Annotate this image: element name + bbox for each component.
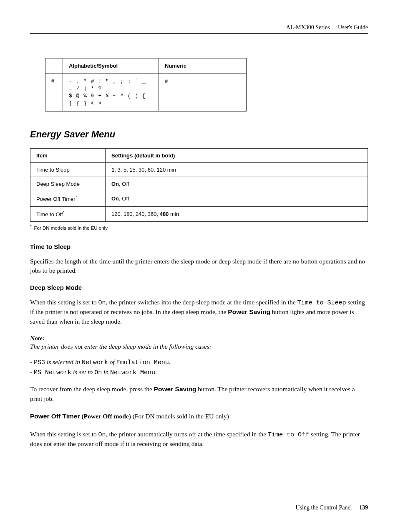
energy-saver-table: Item Settings (default in bold) Time to … <box>30 148 368 222</box>
cell-numeric: # <box>159 73 247 111</box>
paragraph: When this setting is set to On, the prin… <box>30 430 368 449</box>
cell-symbols: - . * # ! " , ; : ` _ = / | ' ? $ @ % & … <box>63 73 159 111</box>
page-header: AL-MX300 Series User's Guide <box>30 24 368 34</box>
sub-heading-inline: Power Off Timer (Power Off mode) (For DN… <box>30 412 368 421</box>
th-blank <box>45 58 63 73</box>
paragraph: To recover from the deep sleep mode, pre… <box>30 385 368 403</box>
cell-settings: 120, 180, 240, 360, 480 min <box>106 206 368 221</box>
paragraph: Specifies the length of the time until t… <box>30 257 368 276</box>
th-item: Item <box>30 149 106 163</box>
table-footnote: *For DN models sold in the EU only <box>30 224 368 231</box>
cell-item: Power Off Timer* <box>30 191 106 206</box>
panel-code: Network <box>82 359 108 366</box>
document-name: User's Guide <box>338 24 368 30</box>
sub-heading: Deep Sleep Mode <box>30 284 368 291</box>
panel-code: Network Menu <box>110 369 155 376</box>
th-settings: Settings (default in bold) <box>106 149 368 163</box>
table-row: Power Off Timer* On, Off <box>30 191 368 206</box>
th-numeric: Numeric <box>159 58 247 73</box>
table-row: Time to Off* 120, 180, 240, 360, 480 min <box>30 206 368 221</box>
panel-code: Time to Off <box>268 431 309 438</box>
footnote-marker: * <box>76 195 77 200</box>
footer-text: Using the Control Panel <box>296 504 352 511</box>
paragraph: When this setting is set to On, the prin… <box>30 298 368 327</box>
table-row: Deep Sleep Mode On, Off <box>30 177 368 191</box>
panel-code: Time to Sleep <box>297 299 346 307</box>
list-item: - MS Network is set to On in Network Men… <box>30 367 368 377</box>
note-label: Note: <box>30 334 368 342</box>
cell-settings: On, Off <box>106 191 368 206</box>
panel-code: On <box>94 369 102 376</box>
product-name: AL-MX300 Series <box>286 24 330 30</box>
th-alphabetic: Alphabetic/Symbol <box>63 58 159 73</box>
panel-code: On <box>98 431 106 438</box>
table-row: # - . * # ! " , ; : ` _ = / | ' ? $ @ % … <box>45 73 247 111</box>
footnote-text: For DN models sold in the EU only <box>34 225 108 231</box>
panel-code: On <box>98 299 106 307</box>
cell-item: Time to Sleep <box>30 163 106 177</box>
footnote-star: * <box>30 224 32 228</box>
symbols-table: Alphabetic/Symbol Numeric # - . * # ! " … <box>45 58 247 111</box>
footnote-marker: * <box>63 210 65 215</box>
button-name: Power Saving <box>228 308 270 315</box>
sub-heading: Time to Sleep <box>30 243 368 250</box>
cell-settings: On, Off <box>106 177 368 191</box>
section-heading: Energy Saver Menu <box>30 129 368 140</box>
panel-code: PS3 <box>34 359 45 366</box>
note-lead: The printer does not enter the deep slee… <box>30 342 368 351</box>
list-item: - PS3 is selected in Network of Emulatio… <box>30 357 368 367</box>
cell-key: # <box>45 73 63 111</box>
table-row: Time to Sleep 1, 3, 5, 15, 30, 60, 120 m… <box>30 163 368 177</box>
panel-code: Emulation Menu <box>116 359 169 366</box>
cell-settings: 1, 3, 5, 15, 30, 60, 120 min <box>106 163 368 177</box>
cell-item: Deep Sleep Mode <box>30 177 106 191</box>
page-footer: Using the Control Panel 139 <box>296 504 368 511</box>
panel-code: MS Network <box>34 369 71 376</box>
cell-item: Time to Off* <box>30 206 106 221</box>
note-list: - PS3 is selected in Network of Emulatio… <box>30 357 368 377</box>
page-number: 139 <box>359 504 368 511</box>
button-name: Power Saving <box>154 385 196 393</box>
